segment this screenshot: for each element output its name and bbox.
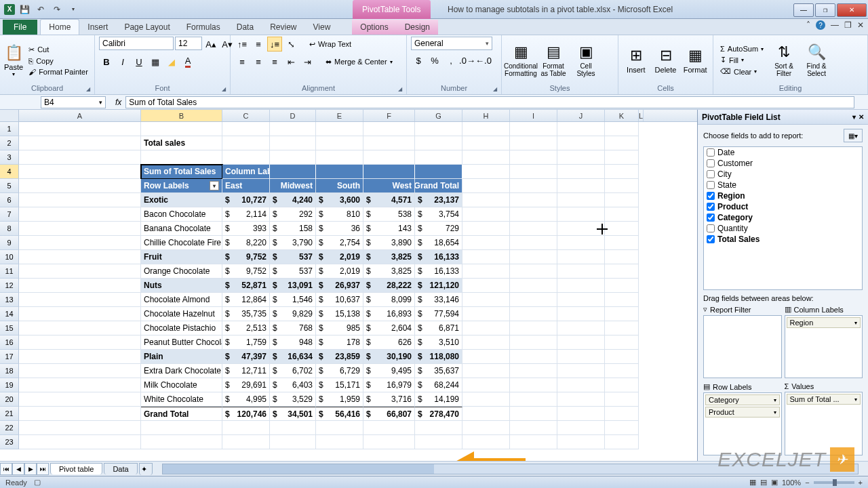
cell[interactable] <box>557 435 605 449</box>
field-category[interactable]: Category <box>704 212 862 223</box>
cell[interactable]: Banana Chocolate <box>141 222 222 236</box>
cell[interactable] <box>557 378 605 392</box>
cell[interactable] <box>363 150 415 165</box>
row-head[interactable]: 11 <box>0 264 19 279</box>
number-format-combo[interactable]: General <box>411 37 492 50</box>
cell[interactable] <box>462 421 510 435</box>
tab-review[interactable]: Review <box>262 20 304 35</box>
cell[interactable]: East <box>222 179 270 193</box>
cell[interactable] <box>557 392 605 407</box>
cell[interactable]: Midwest <box>270 179 316 193</box>
cell[interactable] <box>19 421 141 435</box>
cell[interactable]: $12,711 <box>222 364 270 378</box>
cell[interactable] <box>510 279 557 293</box>
cell[interactable] <box>19 264 141 279</box>
row-head[interactable]: 2 <box>0 136 19 150</box>
cell[interactable] <box>557 336 605 350</box>
cell[interactable]: $1,546 <box>270 293 316 307</box>
cell[interactable]: $118,080 <box>415 350 462 364</box>
cell-styles-button[interactable]: ▣Cell Styles <box>571 38 601 83</box>
cell[interactable] <box>462 179 510 193</box>
cell[interactable] <box>462 350 510 364</box>
cell[interactable] <box>316 421 363 435</box>
row-head[interactable]: 8 <box>0 222 19 236</box>
cell[interactable] <box>510 307 557 321</box>
cell[interactable] <box>510 293 557 307</box>
row-head[interactable]: 6 <box>0 193 19 207</box>
cell[interactable]: Chillie Chocolate Fire <box>141 236 222 250</box>
tab-file[interactable]: File <box>3 20 37 35</box>
cell[interactable] <box>557 364 605 378</box>
cell[interactable]: $30,190 <box>363 350 415 364</box>
sheet-nav-last-icon[interactable]: ⏭ <box>37 463 49 475</box>
cell[interactable] <box>19 136 141 150</box>
view-break-icon[interactable]: ▣ <box>771 478 778 487</box>
cell[interactable] <box>605 307 639 321</box>
cell[interactable]: $1,959 <box>316 392 363 407</box>
cell[interactable] <box>510 207 557 222</box>
tab-view[interactable]: View <box>305 20 339 35</box>
cell[interactable] <box>222 421 270 435</box>
cell[interactable] <box>510 392 557 407</box>
cell[interactable] <box>557 193 605 207</box>
fill-color-button[interactable]: ◢ <box>164 54 179 69</box>
view-normal-icon[interactable]: ▦ <box>749 478 756 487</box>
zoom-in-icon[interactable]: + <box>859 479 863 487</box>
cell[interactable] <box>222 136 270 150</box>
cell[interactable]: $810 <box>316 207 363 222</box>
cell[interactable] <box>462 250 510 264</box>
font-name-combo[interactable] <box>99 37 174 50</box>
row-head[interactable]: 1 <box>0 122 19 136</box>
align-left-icon[interactable]: ≡ <box>235 54 250 69</box>
qat-save-icon[interactable]: 💾 <box>18 3 31 16</box>
format-as-table-button[interactable]: ▤Format as Table <box>538 38 568 83</box>
font-size-combo[interactable] <box>175 37 202 50</box>
format-painter-button[interactable]: 🖌Format Painter <box>26 67 91 77</box>
paste-button[interactable]: 📋Paste▾ <box>4 38 23 83</box>
col-head-C[interactable]: C <box>222 110 270 121</box>
cell[interactable]: $29,691 <box>222 378 270 392</box>
currency-icon[interactable]: $ <box>411 53 426 68</box>
cell[interactable] <box>19 364 141 378</box>
decrease-decimal-icon[interactable]: ←.0 <box>476 53 491 68</box>
cell[interactable] <box>510 364 557 378</box>
cell[interactable]: $143 <box>363 222 415 236</box>
delete-cells-button[interactable]: ⊟Delete <box>652 38 679 83</box>
row-head[interactable]: 18 <box>0 364 19 378</box>
cell[interactable]: $768 <box>270 321 316 336</box>
cell[interactable] <box>605 122 639 136</box>
cell[interactable]: Extra Dark Chocolate <box>141 364 222 378</box>
row-head[interactable]: 5 <box>0 179 19 193</box>
cell[interactable] <box>462 136 510 150</box>
cell[interactable] <box>557 407 605 421</box>
row-head[interactable]: 7 <box>0 207 19 222</box>
zoom-slider[interactable] <box>814 481 854 484</box>
cell[interactable] <box>510 350 557 364</box>
row-head[interactable]: 15 <box>0 321 19 336</box>
cell[interactable] <box>510 122 557 136</box>
cell[interactable]: $35,637 <box>415 364 462 378</box>
fx-icon[interactable]: fx <box>115 98 121 107</box>
cell[interactable] <box>557 350 605 364</box>
cell[interactable]: $158 <box>270 222 316 236</box>
field-total-sales[interactable]: Total Sales <box>704 234 862 245</box>
field-list-fields[interactable]: Date Customer City State Region Product … <box>703 146 863 290</box>
cell[interactable]: $15,171 <box>316 378 363 392</box>
cell[interactable]: $9,752 <box>222 264 270 279</box>
col-head-H[interactable]: H <box>462 110 510 121</box>
cell[interactable]: $393 <box>222 222 270 236</box>
cell[interactable]: $3,510 <box>415 336 462 350</box>
grow-font-icon[interactable]: A▴ <box>203 37 218 52</box>
cell[interactable] <box>415 165 462 179</box>
field-customer[interactable]: Customer <box>704 158 862 169</box>
format-cells-button[interactable]: ▦Format <box>682 38 709 83</box>
cell[interactable] <box>510 236 557 250</box>
cell[interactable] <box>510 193 557 207</box>
name-box[interactable]: B4 <box>41 96 106 108</box>
cell[interactable] <box>415 421 462 435</box>
cell[interactable] <box>270 136 316 150</box>
pill-sum-of-total-[interactable]: Sum of Total ... <box>787 394 861 405</box>
cell[interactable] <box>19 236 141 250</box>
cell[interactable]: $16,133 <box>415 250 462 264</box>
field-region[interactable]: Region <box>704 190 862 201</box>
